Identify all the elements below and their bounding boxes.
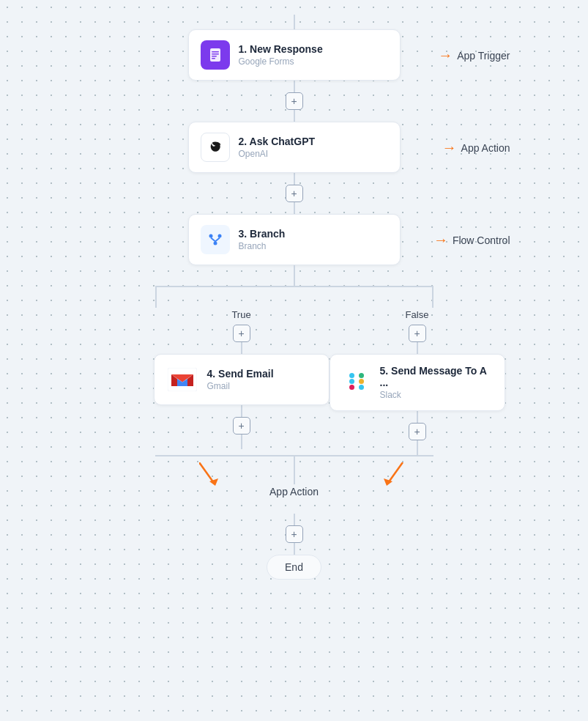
false-label: False — [406, 309, 429, 320]
step4-text: 4. Send Email Gmail — [207, 368, 274, 391]
add-btn-false[interactable]: + — [409, 325, 426, 342]
svg-rect-14 — [349, 379, 354, 384]
top-spacer — [294, 15, 295, 29]
svg-point-7 — [213, 242, 217, 245]
connector2: + — [286, 173, 303, 214]
flow-canvas: 1. New Response Google Forms → App Trigg… — [0, 0, 588, 609]
step3-text: 3. Branch Branch — [239, 228, 286, 251]
add-btn-true[interactable]: + — [233, 325, 250, 342]
end-node: End — [267, 555, 321, 580]
step1-title: 1. New Response — [239, 43, 323, 55]
svg-line-9 — [215, 238, 220, 242]
add-btn-after-false[interactable]: + — [409, 423, 426, 440]
step3-arrow-icon: → — [433, 232, 448, 248]
step2-subtitle: OpenAI — [239, 149, 316, 159]
svg-point-6 — [217, 234, 221, 238]
step2-arrow-icon: → — [442, 139, 457, 156]
connector1: + — [286, 81, 303, 122]
branch-icon — [201, 225, 230, 254]
step1-label-tag: → App Trigger — [438, 47, 510, 64]
svg-line-23 — [388, 462, 403, 483]
step1-text: 1. New Response Google Forms — [239, 43, 323, 67]
step1-arrow-icon: → — [438, 47, 453, 64]
step4-title: 4. Send Email — [207, 368, 274, 380]
branch-arm-false: False + — [330, 309, 505, 455]
step3-card[interactable]: 3. Branch Branch — [188, 214, 401, 265]
add-btn-after-true[interactable]: + — [233, 417, 250, 435]
svg-rect-17 — [349, 385, 354, 390]
svg-point-5 — [209, 234, 212, 238]
svg-rect-3 — [212, 56, 217, 57]
step4-subtitle: Gmail — [207, 381, 274, 391]
step2-label-tag: → App Action — [442, 139, 510, 156]
add-btn-2[interactable]: + — [286, 185, 303, 202]
bottom-app-action-label: App Action — [269, 486, 319, 498]
branch-arm-true: True + — [154, 309, 330, 449]
step3-subtitle: Branch — [239, 241, 286, 251]
step3-label-tag: → Flow Control — [433, 232, 510, 248]
step5-subtitle: Slack — [380, 390, 493, 400]
svg-rect-1 — [212, 51, 219, 53]
step3-label: Flow Control — [453, 234, 510, 245]
step3-row: 3. Branch Branch → Flow Control — [188, 214, 401, 265]
add-btn-final[interactable]: + — [286, 525, 303, 543]
google-forms-icon — [201, 40, 230, 70]
svg-rect-0 — [210, 48, 220, 62]
add-btn-1[interactable]: + — [286, 92, 303, 110]
branch-arms: True + — [75, 309, 514, 455]
step2-card[interactable]: 2. Ask ChatGPT OpenAI — [188, 122, 401, 173]
svg-rect-13 — [349, 373, 354, 378]
step1-label: App Trigger — [457, 49, 510, 61]
step2-label: App Action — [461, 141, 510, 153]
svg-rect-18 — [359, 385, 364, 390]
step2-row: 2. Ask ChatGPT OpenAI → App Action — [188, 122, 401, 173]
merge-section: App Action — [75, 455, 514, 514]
step1-subtitle: Google Forms — [239, 56, 323, 67]
step4-card[interactable]: 4. Send Email Gmail — [154, 354, 330, 405]
step1-row: 1. New Response Google Forms → App Trigg… — [188, 29, 401, 81]
step1-card[interactable]: 1. New Response Google Forms — [188, 29, 401, 81]
step2-text: 2. Ask ChatGPT OpenAI — [239, 136, 316, 159]
step3-title: 3. Branch — [239, 228, 286, 240]
svg-line-8 — [211, 238, 215, 242]
step5-text: 5. Send Message To A ... Slack — [380, 365, 493, 400]
final-connector: + — [286, 514, 303, 555]
svg-rect-2 — [212, 53, 219, 55]
svg-rect-16 — [359, 379, 364, 384]
step2-title: 2. Ask ChatGPT — [239, 136, 316, 147]
branch-split: True + — [0, 265, 588, 455]
openai-icon — [201, 133, 230, 162]
svg-rect-15 — [359, 373, 364, 378]
slack-icon — [342, 368, 371, 397]
gmail-icon — [166, 365, 198, 394]
svg-line-21 — [199, 462, 214, 483]
true-label: True — [231, 309, 250, 320]
svg-rect-4 — [212, 58, 215, 59]
step5-card[interactable]: 5. Send Message To A ... Slack — [330, 354, 505, 411]
step5-title: 5. Send Message To A ... — [380, 365, 493, 388]
